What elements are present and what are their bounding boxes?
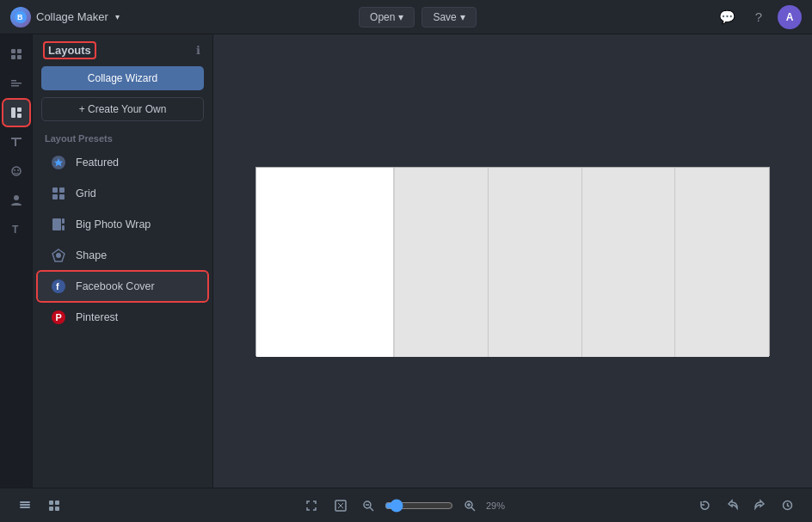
big-photo-wrap-label: Big Photo Wrap (76, 218, 151, 230)
collage-cell-0[interactable] (256, 168, 395, 357)
preset-pinterest[interactable]: P Pinterest (38, 303, 207, 332)
bottom-toolbar: 29% (0, 488, 812, 522)
app-logo: B (10, 7, 31, 28)
undo-button[interactable] (721, 494, 743, 517)
help-button[interactable]: ? (747, 5, 771, 29)
svg-rect-39 (55, 507, 59, 511)
svg-rect-27 (62, 225, 65, 230)
zoom-slider[interactable] (384, 499, 453, 513)
svg-rect-36 (49, 501, 53, 505)
layers-button[interactable] (14, 494, 36, 517)
facebook-cover-icon: f (50, 278, 67, 295)
preset-big-photo-wrap[interactable]: Big Photo Wrap (38, 210, 207, 239)
topbar: B Collage Maker ▾ Open ▾ Save ▾ 💬 ? A (0, 0, 812, 34)
svg-text:T: T (12, 224, 19, 236)
expand-button[interactable] (329, 494, 352, 517)
avatar-button[interactable]: A (778, 5, 802, 29)
redo-button[interactable] (748, 494, 771, 517)
svg-text:B: B (17, 13, 23, 21)
svg-rect-21 (52, 187, 58, 193)
zoom-out-button[interactable] (359, 496, 378, 515)
preset-grid[interactable]: Grid (38, 179, 207, 208)
bottom-right-tools (693, 494, 798, 517)
history-button[interactable] (776, 494, 798, 517)
canvas-area[interactable] (213, 34, 812, 488)
zoom-percent-label: 29% (486, 501, 512, 511)
preset-shape[interactable]: Shape (38, 241, 207, 270)
collage-wizard-button[interactable]: Collage Wizard (41, 66, 204, 90)
svg-rect-24 (59, 194, 65, 200)
comment-button[interactable]: 💬 (716, 5, 740, 29)
svg-rect-23 (52, 194, 58, 200)
restore-button[interactable] (693, 494, 716, 517)
svg-rect-35 (20, 501, 30, 503)
open-dropdown-icon: ▾ (398, 11, 403, 23)
collage-cell-1[interactable] (395, 168, 489, 357)
svg-rect-4 (11, 55, 15, 59)
create-own-label: + Create Your Own (79, 103, 167, 115)
svg-point-28 (56, 253, 61, 258)
open-button[interactable]: Open ▾ (359, 7, 415, 28)
grid-icon (50, 185, 67, 202)
svg-rect-25 (52, 218, 61, 230)
save-button[interactable]: Save ▾ (421, 7, 476, 28)
svg-rect-6 (11, 83, 22, 84)
svg-text:f: f (56, 281, 59, 292)
collage-cell-4[interactable] (675, 168, 769, 357)
big-photo-wrap-icon (50, 216, 67, 233)
pinterest-icon: P (50, 309, 67, 326)
rail-people-icon[interactable] (3, 187, 29, 213)
shape-icon (50, 247, 67, 264)
topbar-center: Open ▾ Save ▾ (359, 7, 477, 28)
rail-text2-icon[interactable]: T (3, 217, 29, 243)
topbar-right: 💬 ? A (716, 5, 802, 29)
featured-icon (50, 154, 67, 171)
svg-text:P: P (56, 312, 62, 322)
collage-canvas (255, 167, 770, 356)
sidebar-header: Layouts ℹ (33, 34, 212, 63)
svg-point-17 (14, 195, 19, 200)
svg-rect-11 (17, 114, 22, 118)
svg-rect-3 (17, 49, 22, 53)
sidebar: Layouts ℹ Collage Wizard + Create Your O… (33, 34, 213, 488)
svg-rect-26 (62, 218, 65, 224)
sidebar-title: Layouts (45, 43, 95, 58)
main-area: T Layouts ℹ Collage Wizard + Create Your… (0, 34, 812, 488)
rail-stickers-icon[interactable] (3, 158, 29, 184)
zoom-in-button[interactable] (460, 496, 479, 515)
rail-text-icon[interactable] (3, 129, 29, 155)
collage-cell-2[interactable] (489, 168, 582, 357)
topbar-left: B Collage Maker ▾ (10, 7, 120, 28)
app-name-dropdown-icon[interactable]: ▾ (115, 12, 120, 21)
svg-rect-22 (59, 187, 65, 193)
svg-rect-2 (11, 49, 15, 53)
svg-rect-34 (20, 507, 30, 508)
svg-point-15 (14, 169, 15, 171)
svg-rect-33 (20, 504, 30, 506)
rail-adjust-icon[interactable] (3, 71, 29, 96)
preset-facebook-cover[interactable]: f Facebook Cover (38, 272, 207, 301)
create-own-button[interactable]: + Create Your Own (41, 97, 204, 121)
pinterest-label: Pinterest (76, 311, 118, 323)
bottom-center-tools: 29% (300, 494, 512, 517)
featured-label: Featured (76, 157, 119, 169)
sidebar-info-icon[interactable]: ℹ (196, 44, 200, 57)
svg-point-16 (17, 169, 19, 171)
fit-screen-button[interactable] (300, 494, 323, 517)
grid-view-button[interactable] (43, 494, 65, 517)
svg-rect-8 (11, 85, 19, 87)
save-dropdown-icon: ▾ (460, 11, 465, 23)
svg-rect-37 (55, 501, 59, 505)
svg-rect-9 (11, 107, 15, 118)
rail-photos-icon[interactable] (3, 41, 29, 67)
svg-rect-38 (49, 507, 53, 511)
preset-featured[interactable]: Featured (38, 148, 207, 177)
svg-rect-7 (11, 80, 16, 82)
bottom-left-tools (14, 494, 65, 517)
layout-presets-label: Layout Presets (33, 125, 212, 147)
collage-cell-3[interactable] (582, 168, 676, 357)
svg-rect-13 (15, 138, 16, 146)
svg-rect-5 (17, 55, 22, 59)
icon-rail: T (0, 34, 33, 488)
rail-layouts-icon[interactable] (3, 100, 29, 126)
